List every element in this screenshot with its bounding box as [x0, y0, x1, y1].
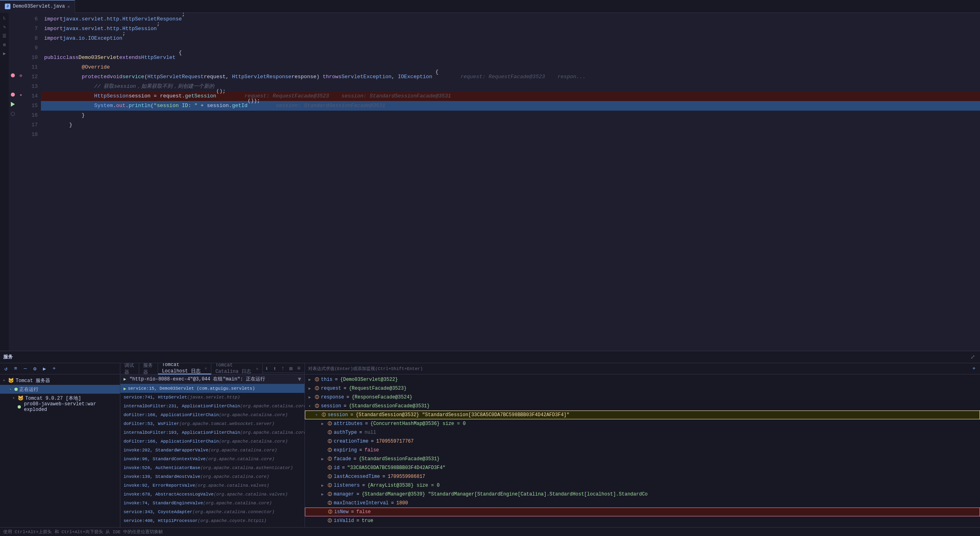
var-manager[interactable]: ▶ ⓘ manager = {StandardManager@3539} "St…	[305, 490, 980, 499]
vars-hint-text: 对表达式求值(Enter)或添加监视(Ctrl+Shift+Enter)	[306, 366, 424, 372]
code-content[interactable]: import javax.servlet.http.HttpServletRes…	[41, 13, 980, 351]
stack-frame-4[interactable]: internalDoFilter:193, ApplicationFilterC…	[120, 428, 304, 437]
tab-server[interactable]: 服务器	[139, 363, 158, 374]
sidebar-icon-3[interactable]: ☰	[1, 32, 8, 39]
stack-frame-2[interactable]: doFilter:166, ApplicationFilterChain (or…	[120, 411, 304, 419]
stack-frame-13[interactable]: service:343, CoyoteAdapter (org.apache.c…	[120, 508, 304, 516]
var-expand-listeners[interactable]: ▶	[319, 482, 326, 489]
vars-content: ▶ ⓘ this = {Demo03Servlet@3522} ▶ ⓘ requ…	[305, 374, 980, 527]
tree-item-war[interactable]: pro08-javaweb-servlet:war exploded	[0, 403, 120, 411]
var-expiring[interactable]: ▶ ⓘ expiring = false	[305, 446, 980, 455]
var-session-inner[interactable]: ▾ ⓘ session = {StandardSession@3532} "St…	[305, 411, 980, 419]
vars-add-watch[interactable]: +	[970, 364, 978, 373]
tab-catalina-close[interactable]: ✕	[256, 366, 258, 371]
var-lastaccessedtime[interactable]: ▶ ⓘ lastAccessedTime = 1709559986817	[305, 472, 980, 481]
tab-catalina-log[interactable]: Tomcat Catalina 日志 ✕	[211, 363, 263, 374]
stack-frame-0[interactable]: service:741, HttpServlet (javax.servlet.…	[120, 393, 304, 402]
var-icon-isvalid: ⓘ	[327, 518, 333, 524]
thread-filter-button[interactable]: ▼	[298, 376, 301, 382]
refresh-button[interactable]: ↺	[2, 364, 10, 373]
var-name-facade: facade	[334, 456, 351, 462]
collapse-button[interactable]: —	[21, 364, 30, 373]
var-expand-facade[interactable]: ▶	[319, 456, 326, 462]
stack-frame-5[interactable]: doFilter:166, ApplicationFilterChain (or…	[120, 437, 304, 446]
code-line-14: HttpSession session = request.getSession…	[41, 91, 980, 101]
threads-tabs: 调试器 服务器 Tomcat Localhost 日志 ✕ Tomcat Cat…	[120, 363, 304, 374]
var-value-attributes: {ConcurrentHashMap@3536} size = 0	[370, 421, 466, 427]
var-request[interactable]: ▶ ⓘ request = {RequestFacade@3523}	[305, 384, 980, 393]
gutter-7	[17, 22, 25, 32]
tab-localhost-close[interactable]: ✕	[205, 366, 207, 371]
panel-maximize-button[interactable]: ⤢	[969, 353, 977, 361]
var-expand-this[interactable]: ▶	[306, 376, 313, 383]
var-icon-isnew: ⓘ	[327, 509, 333, 515]
code-line-12: protected void service(HttpServletReques…	[41, 72, 980, 82]
breakpoint-indicator[interactable]	[11, 73, 15, 77]
breakpoint-error-indicator[interactable]	[11, 93, 15, 97]
tab-localhost-log[interactable]: Tomcat Localhost 日志 ✕	[158, 363, 211, 374]
stack-frame-8[interactable]: invoke:526, AuthenticatorBase (org.apach…	[120, 463, 304, 472]
code-line-16: }	[41, 111, 980, 120]
panel-body: ↺ ≡ — ⚙ ▶ + ▾ 🐱 Tomcat 服务器 ▾ 正在运行	[0, 363, 980, 527]
sidebar-icon-4[interactable]: ⊞	[1, 41, 8, 48]
stack-frame-14[interactable]: service:408, Http11Processor (org.apache…	[120, 516, 304, 525]
var-maxinactiveinterval[interactable]: ▶ ⓘ maxInactiveInterval = 1800	[305, 499, 980, 508]
sidebar-icon-5[interactable]: ▶	[1, 50, 8, 57]
running-status-dot	[14, 388, 18, 391]
run-button[interactable]: ▶	[40, 364, 49, 373]
stack-item-selected[interactable]: ▶ service:15, Demo03Servlet (com.atguigu…	[120, 384, 304, 393]
tab-close-button[interactable]: ✕	[67, 4, 70, 9]
list-view-button[interactable]: ≡	[11, 364, 20, 373]
tree-item-running[interactable]: ▾ 正在运行	[0, 385, 120, 394]
fold-indicator[interactable]	[11, 112, 15, 116]
threads-toolbar-btn5[interactable]: ≡	[295, 364, 303, 372]
add-button[interactable]: +	[50, 364, 59, 373]
threads-toolbar-btn2[interactable]: ⬆	[271, 364, 279, 372]
var-expand-session-facade[interactable]: ▾	[306, 403, 313, 409]
bp-slot-7	[9, 22, 17, 32]
var-id[interactable]: ▶ ⓘ id = "33C8A5C0DA7BC598BBB03F4D42AFD3…	[305, 463, 980, 472]
stack-frame-11[interactable]: invoke:678, AbstractAccessLogValve (org.…	[120, 490, 304, 499]
var-facade[interactable]: ▶ ⓘ facade = {StandardSessionFacade@3531…	[305, 455, 980, 463]
stack-arrow-icon: ▶	[124, 386, 126, 391]
tab-debugger[interactable]: 调试器	[120, 363, 139, 374]
var-attributes[interactable]: ▶ ⓘ attributes = {ConcurrentHashMap@3536…	[305, 419, 980, 428]
var-expand-attributes[interactable]: ▶	[319, 421, 326, 427]
sidebar-icon-2[interactable]: ✎	[1, 23, 8, 30]
gutter-13	[17, 80, 25, 90]
gutter-8	[17, 32, 25, 42]
filter-button[interactable]: ⚙	[30, 364, 39, 373]
stack-frame-3[interactable]: doFilter:53, WsFilter (org.apache.tomcat…	[120, 419, 304, 428]
stack-frame-9[interactable]: invoke:139, StandardHostValve (org.apach…	[120, 472, 304, 481]
var-isvalid[interactable]: ▶ ⓘ isValid = true	[305, 516, 980, 525]
stack-frame-12[interactable]: invoke:74, StandardEngineValve (org.apac…	[120, 499, 304, 508]
tree-item-tomcat-server[interactable]: ▾ 🐱 Tomcat 服务器	[0, 376, 120, 385]
var-isnew[interactable]: ▶ ⓘ isNew = false	[305, 508, 980, 516]
var-expand-request[interactable]: ▶	[306, 385, 313, 392]
sidebar-icon-1[interactable]: L	[1, 14, 8, 22]
threads-panel: 调试器 服务器 Tomcat Localhost 日志 ✕ Tomcat Cat…	[120, 363, 305, 527]
code-line-18	[41, 130, 980, 140]
editor-tab[interactable]: J Demo03Servlet.java ✕	[0, 0, 75, 13]
var-expand-session-inner[interactable]: ▾	[313, 412, 320, 418]
thread-header: ▶ "http-nio-8088-exec-4"@3,044 在组"main":…	[120, 374, 304, 384]
var-value-request: {RequestFacade@3523}	[349, 386, 407, 391]
var-creationtime[interactable]: ▶ ⓘ creationTime = 1709559717767	[305, 437, 980, 446]
tree-label-war: pro08-javaweb-servlet:war exploded	[24, 401, 118, 413]
var-response[interactable]: ▶ ⓘ response = {ResponseFacade@3524}	[305, 393, 980, 402]
stack-frame-7[interactable]: invoke:96, StandardContextValve (org.apa…	[120, 455, 304, 463]
var-expand-response[interactable]: ▶	[306, 394, 313, 400]
var-listeners[interactable]: ▶ ⓘ listeners = {ArrayList@3538} size = …	[305, 481, 980, 490]
var-expand-manager[interactable]: ▶	[319, 491, 326, 498]
var-this[interactable]: ▶ ⓘ this = {Demo03Servlet@3522}	[305, 375, 980, 384]
threads-toolbar-btn1[interactable]: ⬇	[263, 364, 271, 372]
stack-frame-1[interactable]: internalDoFilter:231, ApplicationFilterC…	[120, 402, 304, 411]
threads-toolbar-btn3[interactable]: ↑	[279, 364, 287, 372]
var-value-lastaccessedtime: 1709559986817	[388, 474, 425, 479]
stack-frame-10[interactable]: invoke:92, ErrorReportValve (org.apache.…	[120, 481, 304, 490]
var-session-facade[interactable]: ▾ ⓘ session = {StandardSessionFacade@353…	[305, 402, 980, 411]
stack-frame-6[interactable]: invoke:202, StandardWrapperValve (org.ap…	[120, 446, 304, 455]
var-authtype[interactable]: ▶ ⓘ authType = null	[305, 428, 980, 437]
threads-toolbar-btn4[interactable]: ⊞	[287, 364, 295, 372]
vars-panel: 对表达式求值(Enter)或添加监视(Ctrl+Shift+Enter) + ▶…	[305, 363, 980, 527]
